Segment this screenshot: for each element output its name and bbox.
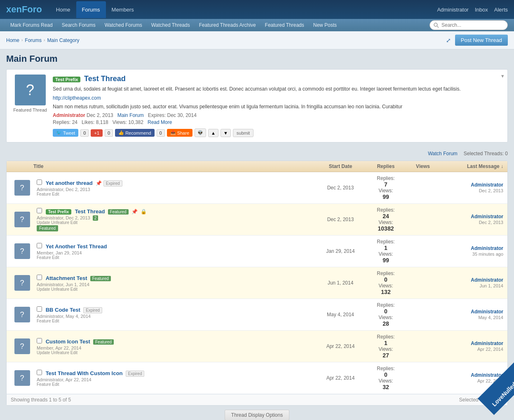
thread-startdate-cell: Dec 2, 2013 [314,185,367,191]
feature-edit-link[interactable]: Feature Edit [37,319,310,323]
featured-collapse-icon[interactable]: ▾ [501,73,504,79]
thread-startdate-cell: Dec 2, 2013 [314,217,367,222]
thread-checkbox[interactable] [37,208,42,213]
featured-thread-forum-link[interactable]: Main Forum [117,112,144,118]
thread-display-options: Thread Display Options [6,406,508,420]
breadcrumb-sep-2: › [44,38,45,42]
update-unfeature-edit-link[interactable]: Update Unfeature Edit [37,287,310,292]
submit-button[interactable]: submit [233,129,253,137]
thread-startdate-cell: Jan 29, 2014 [314,248,367,254]
thread-checkbox[interactable] [37,306,42,312]
thread-actions: Update Unfeature Edit [37,287,310,292]
site-logo[interactable]: xenForo [6,4,42,15]
featured-thread-author: Administrator [53,112,85,118]
feature-edit-link[interactable]: Feature Edit [37,382,310,387]
reddit-button[interactable]: 👽 [195,128,206,137]
featured-thread-content: Test Prefix Test Thread Sed urna dui, so… [49,75,502,137]
breadcrumb-main-category[interactable]: Main Category [47,37,79,43]
thread-title-row: Test Thread With Custom Icon Expired [37,370,310,376]
breadcrumb-forums[interactable]: Forums [25,37,42,43]
tweet-button[interactable]: 🐦 Tweet [53,129,78,137]
thread-link[interactable]: Test Thread [75,208,105,215]
breadcrumb-home[interactable]: Home [6,37,19,43]
watched-forums[interactable]: Watched Forums [101,20,146,30]
lastmsg-author[interactable]: Administrator [441,277,503,283]
thread-link[interactable]: BB Code Test [46,307,80,313]
thread-author: Member [37,345,53,350]
thread-checkbox[interactable] [37,180,42,185]
thread-replies-count: 24 [367,213,404,219]
thread-link[interactable]: Custom Icon Test [46,338,90,345]
thread-avatar-cell: ? [11,212,33,227]
inbox-link[interactable]: Inbox [475,7,488,13]
post-new-thread-top-button[interactable]: Post New Thread [455,35,508,46]
thread-views-count: 32 [367,384,404,390]
featured-thread-body2: Nam non metus rutrum, sollicitudin justo… [53,103,498,110]
featured-replies: Replies: 24 [53,119,77,125]
thread-replies-cell: Replies: 0 Views: 132 [367,271,404,295]
update-unfeature-edit-link[interactable]: Update Unfeature Edit [37,350,310,355]
featured-threads[interactable]: Featured Threads [261,20,308,30]
user-link[interactable]: Administrator [437,7,469,13]
fb-recommend-button[interactable]: 👍 Recommend [115,129,154,137]
thread-checkbox[interactable] [37,370,42,375]
thread-title-cell: Custom Icon Test Featured Member, Apr 22… [33,338,314,355]
lastmsg-author[interactable]: Administrator [441,245,503,251]
thread-replies-count: 7 [367,181,404,188]
badge-featured: Featured [90,276,111,281]
thread-link[interactable]: Yet another thread [46,180,93,186]
thread-actions: Feature Edit [37,319,310,323]
featured-thread-link[interactable]: http://cliptheapex.com [53,95,101,101]
breadcrumb-sep-1: › [21,38,23,42]
nav-members[interactable]: Members [106,1,140,18]
thread-checkbox[interactable] [37,338,42,343]
search-forums[interactable]: Search Forums [58,20,100,30]
featured-archive[interactable]: Featured Threads Archive [195,20,260,30]
lastmsg-author[interactable]: Administrator [441,214,503,219]
showing-threads: Showing threads 1 to 5 of 5 [11,397,71,403]
update-unfeature-edit-link[interactable]: Update Unfeature Edit [37,220,310,225]
thread-checkbox[interactable] [37,243,42,248]
thread-submeta: Administrator, Dec 2, 2013 2 [37,215,310,220]
thread-avatar: ? [14,307,30,322]
nav-forums[interactable]: Forums [76,1,106,18]
featured-thread-meta: Administrator Dec 2, 2013 Main Forum Exp… [53,112,498,118]
watched-threads[interactable]: Watched Threads [147,20,194,30]
thread-link[interactable]: Test Thread With Custom Icon [46,370,123,376]
thread-lastmsg-cell: Administrator Dec 2, 2013 [441,214,503,225]
alerts-link[interactable]: Alerts [494,7,508,13]
featured-read-more[interactable]: Read More [148,119,172,125]
feature-edit-link[interactable]: Feature Edit [37,255,310,260]
thread-display-options-button[interactable]: Thread Display Options [225,410,289,420]
thread-lastmsg-cell: Administrator Apr 22, 2014 [441,341,503,352]
thread-replies-cell: Replies: 0 Views: 32 [367,366,404,390]
thread-title-row: Test Prefix Test Thread Featured 📌 🔒 [37,208,310,215]
lastmsg-author[interactable]: Administrator [441,309,503,315]
lastmsg-author[interactable]: Administrator [441,182,503,188]
nav-home[interactable]: Home [50,1,76,18]
upvote-button[interactable]: ▲ [208,129,218,137]
table-row: ? Test Prefix Test Thread Featured 📌 🔒 A… [7,204,507,236]
lastmsg-author[interactable]: Administrator [441,372,503,378]
gplus-button[interactable]: +1 [91,129,103,137]
downvote-button[interactable]: ▼ [221,129,231,137]
thread-link[interactable]: Attachment Test [46,275,87,281]
thread-link[interactable]: Yet Another Test Thread [46,243,107,250]
featured-thread-title[interactable]: Test Thread [84,75,126,83]
thread-date: Dec 2, 2013 [66,215,90,220]
thread-startdate-cell: May 4, 2014 [314,312,367,317]
thread-submeta: Member, Jan 29, 2014 [37,250,310,255]
lastmsg-author[interactable]: Administrator [441,341,503,346]
watch-forum-link[interactable]: Watch Forum [428,151,458,156]
thread-checkbox[interactable] [37,275,42,280]
main-nav: Home Forums Members [50,1,437,18]
featured-thread-actions: 🐦 Tweet 0 +1 0 👍 Recommend 0 📤 Share 👽 ▲… [53,128,498,137]
breadcrumb-expand-icon[interactable]: ⤢ [446,37,451,44]
thread-title-row: Yet Another Test Thread [37,243,310,250]
new-posts[interactable]: New Posts [309,20,341,30]
share-button[interactable]: 📤 Share [167,129,192,137]
thread-avatar-cell: ? [11,338,33,354]
feature-edit-link[interactable]: Feature Edit [37,192,310,196]
mark-forums-read[interactable]: Mark Forums Read [6,20,57,30]
search-input[interactable] [430,20,508,30]
